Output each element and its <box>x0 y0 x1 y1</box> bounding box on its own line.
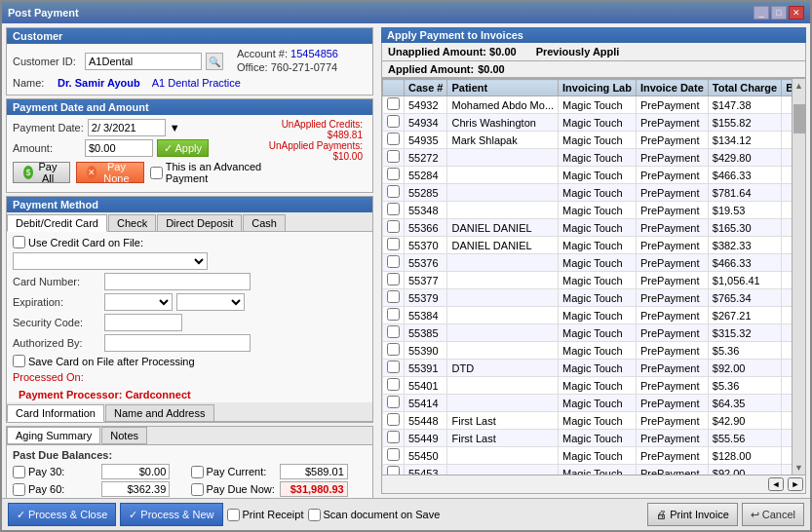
row-checkbox-15[interactable] <box>387 361 400 373</box>
amount-input[interactable] <box>85 139 153 157</box>
cell-patient-11 <box>447 289 559 307</box>
table-row: 55366 DANIEL DANIEL Magic Touch PrePayme… <box>383 219 793 237</box>
table-row: 54935 Mark Shlapak Magic Touch PrePaymen… <box>383 132 793 149</box>
tab-cash[interactable]: Cash <box>243 214 286 231</box>
row-checkbox-10[interactable] <box>387 273 400 285</box>
use-cc-row: Use Credit Card on File: <box>13 236 367 248</box>
payment-date-input[interactable] <box>88 119 166 136</box>
row-checkbox-3[interactable] <box>387 150 400 163</box>
advanced-payment-label[interactable]: This is an Advanced Payment <box>150 161 265 184</box>
row-checkbox-5[interactable] <box>387 185 400 198</box>
table-row: 55401 Magic Touch PrePayment $5.36 <box>383 377 793 395</box>
table-row: 55285 Magic Touch PrePayment $781.64 <box>383 184 793 202</box>
cell-case-20: 55450 <box>405 447 447 465</box>
card-number-input[interactable] <box>104 273 251 290</box>
tab-direct-deposit[interactable]: Direct Deposit <box>157 214 242 231</box>
row-checkbox-19[interactable] <box>387 431 400 443</box>
previously-applied-display: Previously Appli <box>536 46 620 57</box>
row-checkbox-13[interactable] <box>387 325 400 338</box>
cancel-button[interactable]: ↩ Cancel <box>742 503 804 526</box>
cell-patient-20 <box>447 447 559 465</box>
scrollbar[interactable]: ▲ ▼ <box>792 79 805 475</box>
scroll-up[interactable]: ▲ <box>794 81 803 91</box>
pay30-checkbox[interactable] <box>13 466 25 478</box>
cancel-label: Cancel <box>762 509 795 520</box>
cell-balance-12 <box>782 307 792 324</box>
table-row: 55384 Magic Touch PrePayment $267.21 <box>383 307 793 324</box>
pay-none-button[interactable]: ✕ Pay None <box>76 162 144 183</box>
save-card-checkbox[interactable] <box>13 355 25 367</box>
row-checkbox-0[interactable] <box>387 97 400 110</box>
apply-button[interactable]: ✓ Apply <box>157 139 209 157</box>
row-checkbox-17[interactable] <box>387 396 400 408</box>
maximize-button[interactable]: □ <box>771 6 787 19</box>
row-checkbox-14[interactable] <box>387 343 400 356</box>
row-checkbox-1[interactable] <box>387 115 400 128</box>
row-checkbox-8[interactable] <box>387 238 400 250</box>
use-cc-checkbox[interactable] <box>13 236 25 248</box>
cell-balance-7 <box>782 219 792 237</box>
office-value: 760-271-0774 <box>271 61 338 73</box>
row-checkbox-9[interactable] <box>387 255 400 268</box>
table-row: 55272 Magic Touch PrePayment $429.80 <box>383 149 793 167</box>
cell-lab-19: Magic Touch <box>559 430 637 447</box>
pay-due-now-checkbox[interactable] <box>191 483 204 496</box>
expiration-month-select[interactable] <box>104 293 173 311</box>
print-invoice-button[interactable]: 🖨 Print Invoice <box>647 503 738 526</box>
cell-case-4: 55284 <box>405 167 447 184</box>
security-code-input[interactable] <box>104 314 182 331</box>
save-card-label[interactable]: Save Card on File after Processing <box>13 355 367 367</box>
table-scroll-right[interactable]: ► <box>788 477 803 491</box>
expiration-year-select[interactable] <box>176 293 245 311</box>
scroll-down[interactable]: ▼ <box>794 463 803 473</box>
row-checkbox-7[interactable] <box>387 220 400 233</box>
cc-on-file-select[interactable] <box>13 252 208 270</box>
cell-balance-17 <box>782 395 792 412</box>
scroll-thumb[interactable] <box>793 104 805 133</box>
account-number-row: Account #: 15454856 <box>237 48 338 59</box>
table-scroll-left[interactable]: ◄ <box>768 477 784 491</box>
row-checkbox-21[interactable] <box>387 466 400 475</box>
tab-aging-summary[interactable]: Aging Summary <box>7 427 100 444</box>
print-receipt-checkbox[interactable] <box>227 509 240 521</box>
close-button[interactable]: ✕ <box>789 6 804 19</box>
row-checkbox-12[interactable] <box>387 308 400 321</box>
tab-check[interactable]: Check <box>108 214 156 231</box>
row-checkbox-4[interactable] <box>387 168 400 180</box>
print-receipt-label[interactable]: Print Receipt <box>227 509 304 521</box>
pay-current-checkbox[interactable] <box>191 466 204 478</box>
process-close-button[interactable]: ✓ Process & Close <box>8 503 116 526</box>
use-cc-label[interactable]: Use Credit Card on File: <box>13 236 367 248</box>
customer-id-input[interactable] <box>85 53 202 70</box>
invoice-table-scroll[interactable]: Case # Patient Invoicing Lab Invoice Dat… <box>382 79 792 475</box>
tab-notes[interactable]: Notes <box>101 427 147 444</box>
cell-balance-13 <box>782 324 792 342</box>
scan-document-label[interactable]: Scan document on Save <box>308 509 441 521</box>
table-row: 55391 DTD Magic Touch PrePayment $92.00 <box>383 360 793 377</box>
pay-all-icon: $ <box>23 166 33 179</box>
cell-balance-18 <box>782 412 792 430</box>
row-checkbox-2[interactable] <box>387 133 400 145</box>
row-checkbox-18[interactable] <box>387 413 400 426</box>
scan-document-checkbox[interactable] <box>308 509 321 521</box>
cell-patient-19: First Last <box>447 430 559 447</box>
advanced-payment-checkbox[interactable] <box>150 167 163 179</box>
cell-charge-8: $382.33 <box>708 237 781 254</box>
row-checkbox-6[interactable] <box>387 203 400 215</box>
process-new-button[interactable]: ✓ Process & New <box>120 503 222 526</box>
tab-name-address[interactable]: Name and Address <box>105 404 214 421</box>
minimize-button[interactable]: _ <box>754 6 769 19</box>
customer-search-button[interactable]: 🔍 <box>206 53 223 70</box>
row-checkbox-11[interactable] <box>387 290 400 303</box>
tab-card-info[interactable]: Card Information <box>7 404 104 422</box>
practice-name: A1 Dental Practice <box>152 77 241 89</box>
authorized-by-input[interactable] <box>104 334 251 352</box>
row-checkbox-20[interactable] <box>387 448 400 461</box>
cell-date-21: PrePayment <box>636 465 708 475</box>
tab-debit-credit[interactable]: Debit/Credit Card <box>7 214 107 232</box>
pay-all-button[interactable]: $ Pay All <box>13 162 70 183</box>
row-checkbox-16[interactable] <box>387 378 400 391</box>
invoice-table: Case # Patient Invoicing Lab Invoice Dat… <box>382 79 792 475</box>
cell-date-0: PrePayment <box>636 96 708 114</box>
pay60-checkbox[interactable] <box>13 483 25 496</box>
